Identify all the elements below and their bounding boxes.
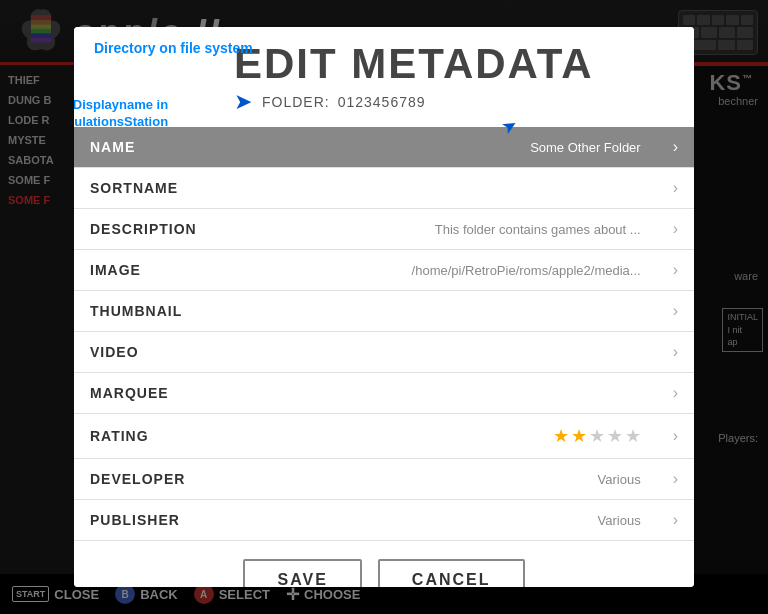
folder-value: 0123456789	[338, 94, 426, 110]
row-arrow-publisher: ›	[657, 500, 694, 541]
star-3[interactable]: ★	[589, 425, 605, 447]
row-value-thumbnail	[234, 291, 657, 332]
arrow-dir-icon: ➤	[234, 89, 252, 115]
table-row-sortname[interactable]: SORTNAME ›	[74, 168, 694, 209]
row-value-developer: Various	[234, 459, 657, 500]
star-4[interactable]: ★	[607, 425, 623, 447]
row-value-publisher: Various	[234, 500, 657, 541]
table-row-thumbnail[interactable]: THUMBNAIL ›	[74, 291, 694, 332]
row-value-description: This folder contains games about ...	[234, 209, 657, 250]
table-row-name[interactable]: NAME Displayname inEmulationsStation ➤ S…	[74, 127, 694, 168]
row-arrow-name: ›	[657, 127, 694, 168]
star-rating[interactable]: ★ ★ ★ ★ ★	[553, 425, 641, 447]
row-label-thumbnail: THUMBNAIL	[74, 291, 234, 332]
row-arrow-sortname: ›	[657, 168, 694, 209]
table-row-video[interactable]: VIDEO ›	[74, 332, 694, 373]
star-1[interactable]: ★	[553, 425, 569, 447]
row-label-marquee: MARQUEE	[74, 373, 234, 414]
row-value-marquee	[234, 373, 657, 414]
modal-footer: SAVE CANCEL	[74, 541, 694, 587]
row-value-image: /home/pi/RetroPie/roms/apple2/media...	[234, 250, 657, 291]
directory-annotation: Directory on file system	[94, 39, 253, 57]
metadata-table: NAME Displayname inEmulationsStation ➤ S…	[74, 127, 694, 541]
modal-overlay: Directory on file system EDIT METADATA ➤…	[0, 0, 768, 614]
modal-title: EDIT METADATA	[234, 43, 674, 85]
cancel-button[interactable]: CANCEL	[378, 559, 525, 587]
row-label-sortname: SORTNAME	[74, 168, 234, 209]
row-arrow-description: ›	[657, 209, 694, 250]
row-arrow-video: ›	[657, 332, 694, 373]
save-button[interactable]: SAVE	[243, 559, 361, 587]
row-label-description: DESCRIPTION	[74, 209, 234, 250]
star-5[interactable]: ★	[625, 425, 641, 447]
row-label-image: IMAGE	[74, 250, 234, 291]
row-label-video: VIDEO	[74, 332, 234, 373]
row-arrow-marquee: ›	[657, 373, 694, 414]
table-row-rating[interactable]: RATING ★ ★ ★ ★ ★ ›	[74, 414, 694, 459]
row-label-rating: RATING	[74, 414, 234, 459]
folder-prefix: FOLDER:	[262, 94, 330, 110]
row-arrow-thumbnail: ›	[657, 291, 694, 332]
displayname-annotation: Displayname inEmulationsStation	[74, 97, 168, 131]
folder-line: ➤ FOLDER: 0123456789	[234, 89, 674, 115]
row-arrow-developer: ›	[657, 459, 694, 500]
row-arrow-rating: ›	[657, 414, 694, 459]
row-value-sortname	[234, 168, 657, 209]
row-label-publisher: PUBLISHER	[74, 500, 234, 541]
table-row-publisher[interactable]: PUBLISHER Various ›	[74, 500, 694, 541]
table-row-developer[interactable]: DEVELOPER Various ›	[74, 459, 694, 500]
row-label-name: NAME	[74, 127, 234, 168]
row-label-developer: DEVELOPER	[74, 459, 234, 500]
row-value-rating: ★ ★ ★ ★ ★	[234, 414, 657, 459]
star-2[interactable]: ★	[571, 425, 587, 447]
row-value-video	[234, 332, 657, 373]
edit-metadata-modal: Directory on file system EDIT METADATA ➤…	[74, 27, 694, 587]
table-row-image[interactable]: IMAGE /home/pi/RetroPie/roms/apple2/medi…	[74, 250, 694, 291]
table-row-description[interactable]: DESCRIPTION This folder contains games a…	[74, 209, 694, 250]
row-arrow-image: ›	[657, 250, 694, 291]
row-value-name: Displayname inEmulationsStation ➤ Some O…	[234, 127, 657, 168]
table-row-marquee[interactable]: MARQUEE ›	[74, 373, 694, 414]
metadata-table-container: NAME Displayname inEmulationsStation ➤ S…	[74, 127, 694, 541]
